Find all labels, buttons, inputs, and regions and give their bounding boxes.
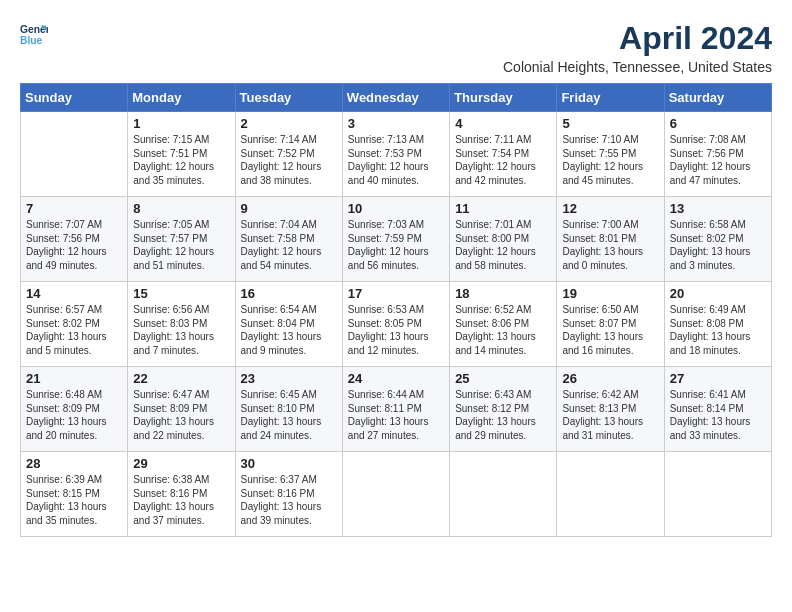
day-number: 24 bbox=[348, 371, 444, 386]
day-number: 13 bbox=[670, 201, 766, 216]
weekday-header-thursday: Thursday bbox=[450, 84, 557, 112]
weekday-header-wednesday: Wednesday bbox=[342, 84, 449, 112]
day-number: 7 bbox=[26, 201, 122, 216]
day-info: Sunrise: 6:56 AMSunset: 8:03 PMDaylight:… bbox=[133, 303, 229, 357]
day-number: 21 bbox=[26, 371, 122, 386]
day-number: 16 bbox=[241, 286, 337, 301]
calendar-week-row: 7Sunrise: 7:07 AMSunset: 7:56 PMDaylight… bbox=[21, 197, 772, 282]
day-info: Sunrise: 6:41 AMSunset: 8:14 PMDaylight:… bbox=[670, 388, 766, 442]
calendar-cell: 5Sunrise: 7:10 AMSunset: 7:55 PMDaylight… bbox=[557, 112, 664, 197]
day-info: Sunrise: 6:48 AMSunset: 8:09 PMDaylight:… bbox=[26, 388, 122, 442]
calendar-cell: 9Sunrise: 7:04 AMSunset: 7:58 PMDaylight… bbox=[235, 197, 342, 282]
day-number: 12 bbox=[562, 201, 658, 216]
day-number: 8 bbox=[133, 201, 229, 216]
calendar-cell: 30Sunrise: 6:37 AMSunset: 8:16 PMDayligh… bbox=[235, 452, 342, 537]
calendar-cell: 24Sunrise: 6:44 AMSunset: 8:11 PMDayligh… bbox=[342, 367, 449, 452]
title-area: April 2024 Colonial Heights, Tennessee, … bbox=[503, 20, 772, 75]
calendar-cell bbox=[21, 112, 128, 197]
day-info: Sunrise: 7:03 AMSunset: 7:59 PMDaylight:… bbox=[348, 218, 444, 272]
calendar-cell: 25Sunrise: 6:43 AMSunset: 8:12 PMDayligh… bbox=[450, 367, 557, 452]
day-info: Sunrise: 7:15 AMSunset: 7:51 PMDaylight:… bbox=[133, 133, 229, 187]
day-number: 23 bbox=[241, 371, 337, 386]
day-info: Sunrise: 6:39 AMSunset: 8:15 PMDaylight:… bbox=[26, 473, 122, 527]
day-number: 26 bbox=[562, 371, 658, 386]
day-info: Sunrise: 6:42 AMSunset: 8:13 PMDaylight:… bbox=[562, 388, 658, 442]
calendar-cell: 19Sunrise: 6:50 AMSunset: 8:07 PMDayligh… bbox=[557, 282, 664, 367]
day-number: 17 bbox=[348, 286, 444, 301]
day-number: 19 bbox=[562, 286, 658, 301]
calendar-table: SundayMondayTuesdayWednesdayThursdayFrid… bbox=[20, 83, 772, 537]
day-info: Sunrise: 6:53 AMSunset: 8:05 PMDaylight:… bbox=[348, 303, 444, 357]
day-number: 9 bbox=[241, 201, 337, 216]
calendar-cell: 16Sunrise: 6:54 AMSunset: 8:04 PMDayligh… bbox=[235, 282, 342, 367]
calendar-cell: 27Sunrise: 6:41 AMSunset: 8:14 PMDayligh… bbox=[664, 367, 771, 452]
calendar-cell: 6Sunrise: 7:08 AMSunset: 7:56 PMDaylight… bbox=[664, 112, 771, 197]
calendar-week-row: 28Sunrise: 6:39 AMSunset: 8:15 PMDayligh… bbox=[21, 452, 772, 537]
day-number: 10 bbox=[348, 201, 444, 216]
day-number: 5 bbox=[562, 116, 658, 131]
day-info: Sunrise: 7:14 AMSunset: 7:52 PMDaylight:… bbox=[241, 133, 337, 187]
day-info: Sunrise: 7:05 AMSunset: 7:57 PMDaylight:… bbox=[133, 218, 229, 272]
day-number: 4 bbox=[455, 116, 551, 131]
day-info: Sunrise: 6:47 AMSunset: 8:09 PMDaylight:… bbox=[133, 388, 229, 442]
calendar-week-row: 1Sunrise: 7:15 AMSunset: 7:51 PMDaylight… bbox=[21, 112, 772, 197]
calendar-cell: 14Sunrise: 6:57 AMSunset: 8:02 PMDayligh… bbox=[21, 282, 128, 367]
day-number: 2 bbox=[241, 116, 337, 131]
calendar-cell: 2Sunrise: 7:14 AMSunset: 7:52 PMDaylight… bbox=[235, 112, 342, 197]
weekday-header-friday: Friday bbox=[557, 84, 664, 112]
day-info: Sunrise: 6:38 AMSunset: 8:16 PMDaylight:… bbox=[133, 473, 229, 527]
day-info: Sunrise: 6:50 AMSunset: 8:07 PMDaylight:… bbox=[562, 303, 658, 357]
day-info: Sunrise: 7:01 AMSunset: 8:00 PMDaylight:… bbox=[455, 218, 551, 272]
calendar-cell: 17Sunrise: 6:53 AMSunset: 8:05 PMDayligh… bbox=[342, 282, 449, 367]
day-info: Sunrise: 6:54 AMSunset: 8:04 PMDaylight:… bbox=[241, 303, 337, 357]
location-subtitle: Colonial Heights, Tennessee, United Stat… bbox=[503, 59, 772, 75]
day-number: 22 bbox=[133, 371, 229, 386]
logo: General Blue bbox=[20, 20, 48, 48]
calendar-cell: 18Sunrise: 6:52 AMSunset: 8:06 PMDayligh… bbox=[450, 282, 557, 367]
svg-text:Blue: Blue bbox=[20, 35, 43, 46]
day-info: Sunrise: 7:00 AMSunset: 8:01 PMDaylight:… bbox=[562, 218, 658, 272]
weekday-header-monday: Monday bbox=[128, 84, 235, 112]
calendar-cell: 12Sunrise: 7:00 AMSunset: 8:01 PMDayligh… bbox=[557, 197, 664, 282]
day-info: Sunrise: 6:52 AMSunset: 8:06 PMDaylight:… bbox=[455, 303, 551, 357]
day-info: Sunrise: 7:13 AMSunset: 7:53 PMDaylight:… bbox=[348, 133, 444, 187]
weekday-header-sunday: Sunday bbox=[21, 84, 128, 112]
day-number: 28 bbox=[26, 456, 122, 471]
day-info: Sunrise: 7:07 AMSunset: 7:56 PMDaylight:… bbox=[26, 218, 122, 272]
day-info: Sunrise: 6:44 AMSunset: 8:11 PMDaylight:… bbox=[348, 388, 444, 442]
day-info: Sunrise: 7:04 AMSunset: 7:58 PMDaylight:… bbox=[241, 218, 337, 272]
calendar-cell: 8Sunrise: 7:05 AMSunset: 7:57 PMDaylight… bbox=[128, 197, 235, 282]
calendar-cell bbox=[450, 452, 557, 537]
day-number: 25 bbox=[455, 371, 551, 386]
day-number: 11 bbox=[455, 201, 551, 216]
weekday-header-tuesday: Tuesday bbox=[235, 84, 342, 112]
day-number: 15 bbox=[133, 286, 229, 301]
day-info: Sunrise: 6:37 AMSunset: 8:16 PMDaylight:… bbox=[241, 473, 337, 527]
calendar-cell bbox=[664, 452, 771, 537]
day-info: Sunrise: 6:57 AMSunset: 8:02 PMDaylight:… bbox=[26, 303, 122, 357]
header: General Blue April 2024 Colonial Heights… bbox=[20, 20, 772, 75]
day-info: Sunrise: 7:08 AMSunset: 7:56 PMDaylight:… bbox=[670, 133, 766, 187]
calendar-cell bbox=[342, 452, 449, 537]
weekday-header-row: SundayMondayTuesdayWednesdayThursdayFrid… bbox=[21, 84, 772, 112]
day-info: Sunrise: 7:10 AMSunset: 7:55 PMDaylight:… bbox=[562, 133, 658, 187]
weekday-header-saturday: Saturday bbox=[664, 84, 771, 112]
day-number: 3 bbox=[348, 116, 444, 131]
day-number: 27 bbox=[670, 371, 766, 386]
day-info: Sunrise: 6:45 AMSunset: 8:10 PMDaylight:… bbox=[241, 388, 337, 442]
day-number: 29 bbox=[133, 456, 229, 471]
day-info: Sunrise: 6:58 AMSunset: 8:02 PMDaylight:… bbox=[670, 218, 766, 272]
calendar-cell: 11Sunrise: 7:01 AMSunset: 8:00 PMDayligh… bbox=[450, 197, 557, 282]
calendar-cell: 3Sunrise: 7:13 AMSunset: 7:53 PMDaylight… bbox=[342, 112, 449, 197]
calendar-cell: 7Sunrise: 7:07 AMSunset: 7:56 PMDaylight… bbox=[21, 197, 128, 282]
day-info: Sunrise: 6:49 AMSunset: 8:08 PMDaylight:… bbox=[670, 303, 766, 357]
calendar-cell: 13Sunrise: 6:58 AMSunset: 8:02 PMDayligh… bbox=[664, 197, 771, 282]
calendar-cell: 20Sunrise: 6:49 AMSunset: 8:08 PMDayligh… bbox=[664, 282, 771, 367]
month-title: April 2024 bbox=[503, 20, 772, 57]
day-number: 6 bbox=[670, 116, 766, 131]
calendar-cell: 28Sunrise: 6:39 AMSunset: 8:15 PMDayligh… bbox=[21, 452, 128, 537]
calendar-cell: 10Sunrise: 7:03 AMSunset: 7:59 PMDayligh… bbox=[342, 197, 449, 282]
calendar-cell: 21Sunrise: 6:48 AMSunset: 8:09 PMDayligh… bbox=[21, 367, 128, 452]
calendar-cell bbox=[557, 452, 664, 537]
day-number: 18 bbox=[455, 286, 551, 301]
